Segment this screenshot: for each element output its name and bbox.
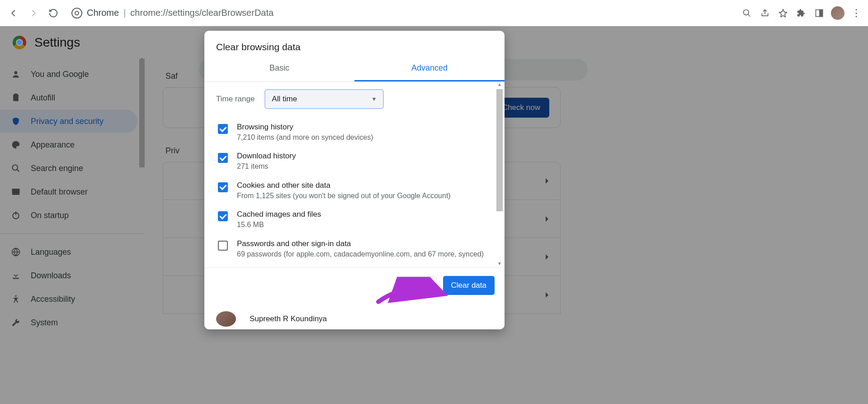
browser-toolbar: Chrome | chrome://settings/clearBrowserD… (0, 0, 868, 26)
checkbox-subtitle: 271 items (237, 162, 296, 171)
scroll-down-icon[interactable]: ▼ (496, 261, 503, 267)
tab-basic[interactable]: Basic (204, 56, 354, 81)
svg-point-0 (744, 10, 749, 15)
checkbox-subtitle: 15.6 MB (237, 220, 321, 230)
checkbox-subtitle: From 1,125 sites (you won't be signed ou… (237, 191, 451, 201)
scrollbar-thumb[interactable] (496, 89, 503, 211)
checkbox[interactable] (218, 182, 228, 192)
time-range-label: Time range (216, 95, 255, 104)
cancel-button[interactable]: Cancel (396, 276, 437, 295)
back-button[interactable] (5, 5, 22, 21)
checkbox-row-cache[interactable]: Cached images and files15.6 MB (216, 205, 495, 234)
sync-user-row: Supreeth R Koundinya (204, 303, 505, 329)
scroll-up-icon[interactable]: ▲ (496, 82, 503, 88)
url-scheme-label: Chrome (87, 8, 119, 18)
clear-browsing-data-dialog: Clear browsing data Basic Advanced ▲ ▼ T… (204, 31, 505, 329)
url-text: chrome://settings/clearBrowserData (130, 8, 274, 18)
checkbox-subtitle: 69 passwords (for apple.com, cadacademyo… (237, 249, 484, 259)
checkbox-row-download-history[interactable]: Download history271 items (216, 147, 495, 176)
dialog-scrollbar[interactable]: ▲ ▼ (495, 82, 504, 267)
clear-data-button[interactable]: Clear data (443, 276, 495, 295)
dialog-title: Clear browsing data (204, 31, 505, 56)
reading-list-icon[interactable] (813, 7, 826, 19)
user-avatar (216, 311, 236, 327)
time-range-select[interactable]: All time ▼ (264, 89, 384, 109)
address-bar[interactable]: Chrome | chrome://settings/clearBrowserD… (65, 4, 737, 22)
reload-button[interactable] (45, 5, 61, 21)
checkbox[interactable] (218, 211, 228, 221)
svg-rect-2 (820, 10, 823, 16)
zoom-icon[interactable] (741, 7, 753, 19)
tab-advanced[interactable]: Advanced (354, 56, 505, 81)
user-name: Supreeth R Koundinya (250, 314, 327, 323)
checkbox[interactable] (218, 153, 228, 163)
checkbox-title: Passwords and other sign-in data (237, 239, 484, 248)
bookmark-icon[interactable] (777, 7, 789, 19)
checkbox-title: Cookies and other site data (237, 181, 451, 190)
checkbox-row-browsing-history[interactable]: Browsing history7,210 items (and more on… (216, 118, 495, 147)
checkbox-subtitle: 7,210 items (and more on synced devices) (237, 133, 373, 143)
checkbox[interactable] (218, 241, 228, 251)
url-separator: | (123, 8, 126, 18)
checkbox-title: Download history (237, 152, 296, 161)
checkbox[interactable] (218, 124, 228, 134)
checkbox-title: Browsing history (237, 123, 373, 132)
select-value: All time (272, 95, 297, 104)
profile-avatar[interactable] (831, 6, 844, 20)
toolbar-right: ⋮ (741, 6, 863, 20)
dialog-body: ▲ ▼ Time range All time ▼ Browsing histo… (204, 82, 505, 267)
checkbox-row-passwords[interactable]: Passwords and other sign-in data69 passw… (216, 235, 495, 264)
checkbox-row-cookies[interactable]: Cookies and other site dataFrom 1,125 si… (216, 176, 495, 205)
menu-button[interactable]: ⋮ (850, 7, 863, 19)
forward-button[interactable] (25, 5, 42, 21)
checkbox-title: Cached images and files (237, 210, 321, 219)
chevron-down-icon: ▼ (371, 96, 377, 102)
share-icon[interactable] (759, 7, 771, 19)
dialog-footer: Cancel Clear data (204, 267, 505, 303)
site-info-icon[interactable] (71, 8, 82, 19)
dialog-tabs: Basic Advanced (204, 56, 505, 82)
extensions-icon[interactable] (795, 7, 807, 19)
